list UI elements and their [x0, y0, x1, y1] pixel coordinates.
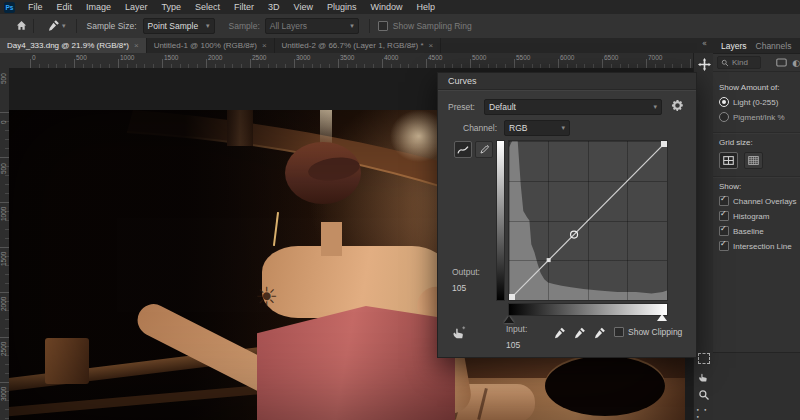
menu-image[interactable]: Image	[79, 0, 118, 14]
panel-tab-channels[interactable]: Channels	[756, 41, 792, 51]
checkbox-icon: ✓	[719, 196, 729, 206]
black-point-eyedropper-icon[interactable]	[554, 326, 566, 341]
home-icon[interactable]	[16, 20, 27, 33]
pencil-tool-icon[interactable]	[475, 141, 493, 158]
panel-empty-area	[713, 353, 800, 420]
menu-window[interactable]: Window	[364, 0, 410, 14]
panel-tab-bar: « Layers Channels Paths	[713, 38, 800, 54]
document-tab-2[interactable]: Untitled-1 @ 100% (RGB/8#) ×	[147, 38, 275, 53]
radio-icon	[719, 112, 729, 122]
menu-filter[interactable]: Filter	[227, 0, 261, 14]
radio-light[interactable]: Light (0-255)	[719, 97, 800, 107]
grid-size-label: Grid size:	[719, 138, 800, 147]
grid-quarter-button[interactable]	[719, 152, 738, 169]
chevron-down-icon: ▾	[206, 22, 210, 30]
show-sampling-ring-checkbox[interactable]	[378, 21, 388, 31]
ruler-label: 7000	[648, 54, 662, 61]
menu-bar: Ps File Edit Image Layer Type Select Fil…	[0, 0, 800, 14]
photoshop-logo: Ps	[4, 2, 15, 13]
options-bar: ▾ Sample Size: Point Sample ▾ Sample: Al…	[0, 14, 800, 39]
hand-tool-icon[interactable]	[696, 369, 712, 385]
adjustment-filter-icon[interactable]: ◐	[792, 58, 800, 68]
document-tab-bar: Day4_333.dng @ 21.9% (RGB/8*) × Untitled…	[0, 38, 800, 53]
output-value[interactable]: 105	[452, 283, 466, 293]
show-sampling-ring-label: Show Sampling Ring	[393, 21, 472, 31]
marquee-tool-icon[interactable]	[696, 350, 712, 366]
ruler-label: 2000	[0, 296, 7, 310]
close-icon[interactable]: ×	[134, 41, 139, 50]
white-point-eyedropper-icon[interactable]	[594, 326, 606, 341]
photoshop-window: Ps File Edit Image Layer Type Select Fil…	[0, 0, 800, 420]
menu-file[interactable]: File	[21, 0, 50, 14]
ruler-label: 0	[32, 54, 36, 61]
menu-view[interactable]: View	[287, 0, 320, 14]
checkbox-icon: ✓	[719, 226, 729, 236]
curve-grid[interactable]	[508, 140, 668, 301]
menu-layer[interactable]: Layer	[118, 0, 155, 14]
preset-options-gear-icon[interactable]	[671, 99, 684, 114]
targeted-adjustment-icon[interactable]	[452, 325, 467, 342]
move-tool-icon[interactable]	[696, 56, 712, 72]
checkbox-channel-overlays[interactable]: ✓ Channel Overlays	[719, 196, 800, 206]
preset-dropdown[interactable]: Default ▾	[484, 99, 662, 115]
ruler-label: 1000	[0, 206, 7, 220]
layer-search-field[interactable]: Kind	[717, 56, 761, 69]
curve-display-options: Show Amount of: Light (0-255) Pigment/In…	[713, 78, 800, 261]
ruler-label: 500	[76, 54, 87, 61]
checkbox-histogram[interactable]: ✓ Histogram	[719, 211, 800, 221]
document-tab-3[interactable]: Untitled-2 @ 66.7% (Layer 1, RGB/8#) * ×	[275, 38, 442, 53]
ruler-label: 500	[0, 73, 7, 84]
sample-dropdown[interactable]: All Layers ▾	[265, 18, 359, 34]
checkbox-label: Histogram	[733, 212, 769, 221]
eyedropper-tool-icon[interactable]	[48, 19, 60, 33]
checkbox-label: Intersection Line	[733, 242, 792, 251]
preset-value: Default	[489, 102, 647, 112]
shadow-input-slider[interactable]	[504, 316, 514, 323]
pixel-filter-icon[interactable]	[776, 58, 787, 67]
gray-point-eyedropper-icon[interactable]	[574, 326, 586, 341]
ruler-label: 0	[0, 121, 7, 125]
menu-edit[interactable]: Edit	[50, 0, 80, 14]
grid-fine-button[interactable]	[744, 152, 763, 169]
horizontal-ruler[interactable]: 0500100015002000250030003500400045005000…	[0, 53, 693, 69]
show-clipping-checkbox[interactable]	[614, 327, 624, 337]
highlight-input-slider[interactable]	[657, 314, 667, 321]
curve-point-tool-icon[interactable]	[454, 141, 472, 158]
ruler-label: 2000	[208, 54, 222, 61]
channel-dropdown[interactable]: RGB ▾	[504, 120, 570, 136]
checkbox-intersection-line[interactable]: ✓ Intersection Line	[719, 241, 800, 251]
tab-label: Untitled-1 @ 100% (RGB/8#)	[154, 41, 257, 50]
ruler-label: 4000	[384, 54, 398, 61]
close-icon[interactable]: ×	[262, 41, 267, 50]
menu-plugins[interactable]: Plugins	[320, 0, 364, 14]
ruler-label: 2500	[0, 341, 7, 355]
menu-type[interactable]: Type	[155, 0, 189, 14]
show-clipping-label: Show Clipping	[628, 327, 682, 337]
checkbox-label: Baseline	[733, 227, 764, 236]
edit-toolbar-icon[interactable]: • • •	[696, 405, 712, 420]
eyedropper-chevron-icon[interactable]: ▾	[62, 22, 66, 30]
curve-overlay	[509, 141, 667, 300]
panel-tab-layers[interactable]: Layers	[721, 41, 747, 51]
ruler-label: 1500	[164, 54, 178, 61]
dialog-title-bar[interactable]: Curves	[438, 73, 696, 90]
ruler-label: 3500	[340, 54, 354, 61]
menu-select[interactable]: Select	[188, 0, 227, 14]
show-clipping-control[interactable]: Show Clipping	[614, 327, 682, 337]
zoom-tool-icon[interactable]	[696, 387, 712, 403]
separator	[76, 19, 77, 33]
input-value[interactable]: 105	[506, 340, 520, 350]
chevron-down-icon: ▾	[350, 22, 354, 30]
sample-label: Sample:	[229, 21, 260, 31]
ruler-label: 6000	[560, 54, 574, 61]
radio-pigment[interactable]: Pigment/Ink %	[719, 112, 800, 122]
checkbox-label: Channel Overlays	[733, 197, 797, 206]
document-tab-1[interactable]: Day4_333.dng @ 21.9% (RGB/8*) ×	[0, 38, 147, 53]
menu-3d[interactable]: 3D	[261, 0, 287, 14]
menu-help[interactable]: Help	[410, 0, 443, 14]
sample-size-dropdown[interactable]: Point Sample ▾	[143, 18, 215, 34]
ruler-label: 5500	[516, 54, 530, 61]
close-icon[interactable]: ×	[429, 41, 434, 50]
checkbox-baseline[interactable]: ✓ Baseline	[719, 226, 800, 236]
collapse-panels-icon[interactable]: «	[702, 39, 707, 48]
